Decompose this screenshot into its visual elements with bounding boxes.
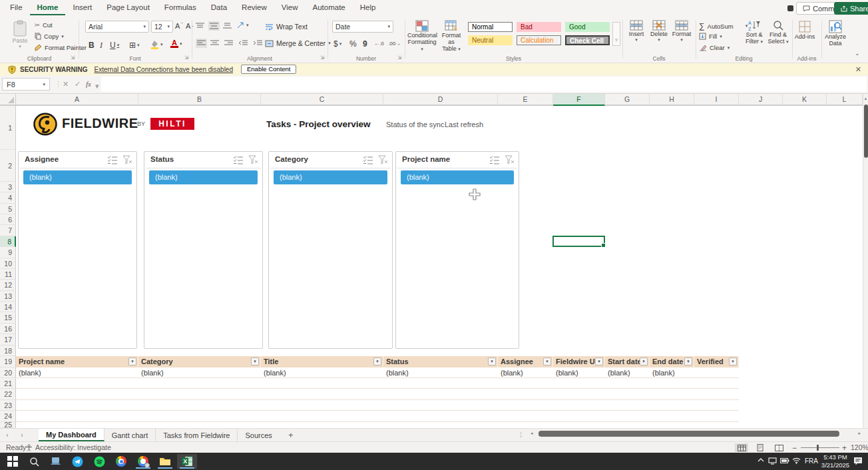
clear-filter-icon[interactable] [378, 155, 389, 166]
filter-dropdown-icon[interactable]: ▼ [684, 357, 692, 365]
row-header-15[interactable]: 15 [0, 312, 16, 324]
sheet-nav-left-icon[interactable]: ‹ [0, 429, 15, 441]
start-button[interactable] [3, 454, 23, 469]
table-empty-row[interactable] [16, 378, 739, 389]
tab-scrollbar-splitter[interactable]: ⁞ [520, 431, 522, 439]
sheet-tab-tasks-from-fieldwire[interactable]: Tasks from Fieldwire [156, 429, 238, 441]
tab-review[interactable]: Review [234, 0, 274, 14]
formula-bar-chevron-icon[interactable]: ▾ [95, 82, 99, 91]
row-header-6[interactable]: 6 [0, 214, 16, 225]
filter-dropdown-icon[interactable]: ▼ [729, 357, 737, 365]
search-button[interactable] [24, 454, 44, 469]
tray-display-icon[interactable] [768, 457, 777, 465]
vertical-scrollbar[interactable]: ▲ [863, 94, 868, 428]
row-header-5[interactable]: 5 [0, 204, 16, 214]
table-cell[interactable]: (blank) [138, 367, 261, 378]
table-header-category[interactable]: Category▼ [138, 356, 261, 367]
select-all-corner[interactable] [0, 94, 16, 106]
table-cell[interactable]: (blank) [605, 367, 650, 378]
row-header-2[interactable]: 2 [0, 150, 16, 182]
table-empty-row[interactable] [16, 400, 739, 411]
slicer-item-blank[interactable]: (blank) [274, 170, 387, 184]
row-header-7[interactable]: 7 [0, 225, 16, 236]
sheet-tab-gantt-chart[interactable]: Gantt chart [105, 429, 156, 441]
excel-app-button[interactable]: X [177, 454, 197, 469]
clear-filter-icon[interactable] [122, 155, 133, 166]
tab-file[interactable]: File [3, 0, 30, 14]
collapse-ribbon-chevron-icon[interactable]: ⌄ [855, 50, 860, 57]
column-header-j[interactable]: J [739, 94, 783, 106]
table-cell[interactable]: (blank) [650, 367, 694, 378]
column-header-b[interactable]: B [138, 94, 261, 106]
table-header-status[interactable]: Status▼ [383, 356, 498, 367]
sheet-tab-sources[interactable]: Sources [238, 429, 279, 441]
column-header-k[interactable]: K [783, 94, 827, 106]
table-empty-row[interactable] [16, 411, 739, 422]
row-header-13[interactable]: 13 [0, 291, 16, 302]
row-header-10[interactable]: 10 [0, 258, 16, 269]
zoom-in-icon[interactable]: + [842, 443, 847, 453]
filter-dropdown-icon[interactable]: ▼ [640, 357, 648, 365]
tab-automate[interactable]: Automate [306, 0, 353, 14]
table-header-project-name[interactable]: Project name▼ [16, 356, 138, 367]
row-header-22[interactable]: 22 [0, 389, 16, 400]
scroll-up-icon[interactable]: ▲ [863, 94, 868, 103]
row-header-17[interactable]: 17 [0, 334, 16, 346]
multi-select-icon[interactable] [107, 155, 118, 166]
tab-formulas[interactable]: Formulas [157, 0, 204, 14]
row-header-24[interactable]: 24 [0, 411, 16, 422]
alignment-dialog-launcher[interactable]: ⇲ [320, 55, 325, 61]
table-cell[interactable]: (blank) [498, 367, 553, 378]
table-cell[interactable]: (blank) [553, 367, 605, 378]
table-cell[interactable]: (blank) [16, 367, 138, 378]
row-header-23[interactable]: 23 [0, 400, 16, 411]
close-warning-icon[interactable]: ✕ [855, 65, 861, 74]
cancel-entry-icon[interactable]: ✕ [63, 80, 69, 89]
telegram-app-button[interactable] [67, 454, 87, 469]
page-layout-view-button[interactable] [754, 443, 767, 452]
chrome-app-button[interactable] [111, 454, 131, 469]
sheet-tab-my-dashboard[interactable]: My Dashboard [39, 429, 105, 441]
row-header-3[interactable]: 3 [0, 182, 16, 192]
analyze-data-button[interactable]: Analyze Data [823, 20, 847, 47]
row-header-11[interactable]: 11 [0, 269, 16, 280]
filter-dropdown-icon[interactable]: ▼ [251, 357, 259, 365]
spotify-app-button[interactable] [89, 454, 109, 469]
column-header-c[interactable]: C [261, 94, 383, 106]
normal-view-button[interactable] [735, 443, 748, 452]
row-header-14[interactable]: 14 [0, 302, 16, 312]
tray-wifi-icon[interactable] [792, 457, 801, 464]
tab-insert[interactable]: Insert [65, 0, 99, 14]
slicer-item-blank[interactable]: (blank) [23, 170, 132, 184]
table-cell[interactable]: (blank) [383, 367, 498, 378]
selected-cell-f8[interactable] [552, 236, 605, 247]
number-dialog-launcher[interactable]: ⇲ [397, 55, 402, 61]
pc-app-button[interactable] [45, 454, 65, 469]
row-header-16[interactable]: 16 [0, 324, 16, 334]
row-header-19[interactable]: 19 [0, 356, 16, 367]
row-header-21[interactable]: 21 [0, 378, 16, 389]
name-box[interactable]: F8▾ [2, 78, 50, 91]
table-cell[interactable]: (blank) [261, 367, 383, 378]
multi-select-icon[interactable] [489, 155, 500, 166]
tray-battery-icon[interactable] [780, 458, 789, 463]
column-header-i[interactable]: I [694, 94, 739, 106]
zoom-out-icon[interactable]: − [792, 443, 797, 453]
filter-dropdown-icon[interactable]: ▼ [128, 357, 136, 365]
tray-expand-chevron-icon[interactable] [758, 457, 764, 463]
tab-help[interactable]: Help [353, 0, 383, 14]
column-header-a[interactable]: A [16, 94, 138, 106]
tray-clock[interactable]: 5:43 PM 3/21/2025 [821, 453, 850, 469]
insert-function-icon[interactable]: fx [86, 80, 91, 88]
tab-view[interactable]: View [274, 0, 306, 14]
row-header-25[interactable]: 25 [0, 422, 16, 428]
enable-content-button[interactable]: Enable Content [241, 65, 297, 74]
table-header-end-date[interactable]: End date▼ [650, 356, 694, 367]
share-button[interactable]: Share ▾ [834, 2, 868, 15]
slicer-item-blank[interactable]: (blank) [149, 170, 258, 184]
tab-page-layout[interactable]: Page Layout [99, 0, 157, 14]
column-header-l[interactable]: L [827, 94, 863, 106]
scroll-right-icon[interactable]: ▸ [858, 431, 861, 436]
accessibility-status[interactable]: Accessibility: Investigate [35, 443, 111, 451]
multi-select-icon[interactable] [233, 155, 244, 166]
